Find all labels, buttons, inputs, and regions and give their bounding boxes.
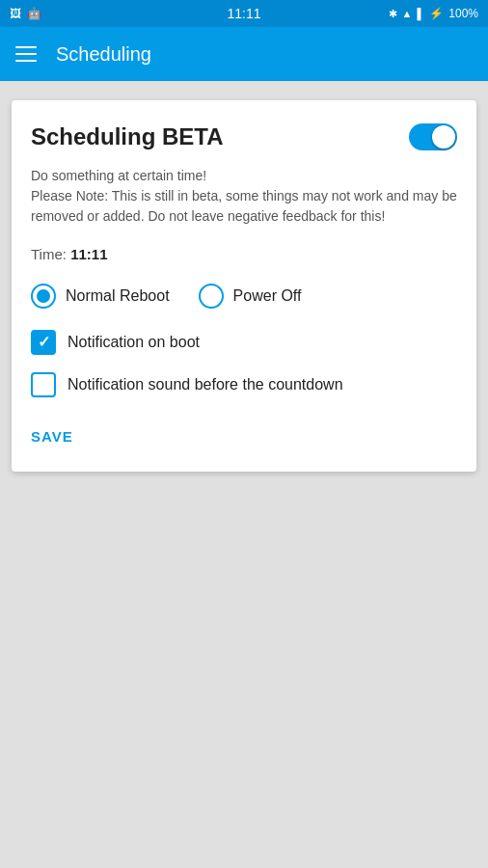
card-title: Scheduling BETA [31, 123, 224, 150]
card-description: Do something at certain time! Please Not… [31, 166, 457, 227]
radio-power-off-label: Power Off [233, 287, 302, 305]
app-bar-title: Scheduling [56, 43, 151, 66]
main-content: Scheduling BETA Do something at certain … [0, 81, 488, 868]
android-icon: 🤖 [27, 7, 41, 20]
scheduling-toggle[interactable] [409, 123, 457, 150]
checkbox-notification-sound[interactable]: Notification sound before the countdown [31, 372, 457, 397]
radio-power-off[interactable]: Power Off [199, 284, 302, 309]
bluetooth-icon [389, 7, 397, 20]
signal-icon [418, 7, 425, 20]
screenshot-icon: 🖼 [10, 7, 21, 20]
toggle-track [409, 123, 457, 150]
status-bar: 🖼 🤖 11:11 ⚡ 100% [0, 0, 488, 27]
app-bar: Scheduling [0, 27, 488, 81]
flash-icon: ⚡ [429, 7, 444, 20]
radio-normal-reboot[interactable]: Normal Reboot [31, 284, 170, 309]
status-bar-left: 🖼 🤖 [10, 7, 41, 20]
time-value: 11:11 [70, 246, 107, 262]
battery-percent: 100% [448, 7, 478, 20]
time-label: Time: [31, 246, 70, 262]
hamburger-menu-icon[interactable] [15, 46, 37, 62]
checkbox-notification-on-boot-box [31, 330, 56, 355]
save-button[interactable]: SAVE [31, 424, 73, 448]
radio-normal-reboot-label: Normal Reboot [66, 287, 170, 305]
checkbox-notification-sound-box [31, 372, 56, 397]
checkbox-notification-on-boot-label: Notification on boot [68, 334, 200, 351]
status-time: 11:11 [227, 6, 260, 21]
radio-normal-reboot-circle [31, 284, 56, 309]
radio-group: Normal Reboot Power Off [31, 284, 457, 309]
time-row: Time: 11:11 [31, 246, 457, 262]
radio-power-off-circle [199, 284, 224, 309]
scheduling-card: Scheduling BETA Do something at certain … [12, 100, 476, 472]
checkbox-notification-on-boot[interactable]: Notification on boot [31, 330, 457, 355]
toggle-thumb [432, 125, 455, 149]
wifi-icon [402, 7, 413, 20]
status-bar-right: ⚡ 100% [389, 7, 478, 20]
checkbox-notification-sound-label: Notification sound before the countdown [68, 376, 343, 393]
card-header: Scheduling BETA [31, 123, 457, 150]
